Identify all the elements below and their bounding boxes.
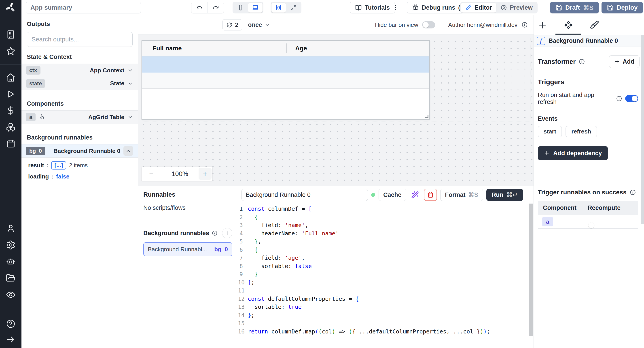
- state-context-title: State & Context: [27, 54, 138, 61]
- add-background-runnable-button[interactable]: [222, 228, 232, 238]
- code-line[interactable]: 13 sortable: true: [238, 303, 534, 311]
- eye-icon[interactable]: [4, 289, 18, 300]
- add-dependency-button[interactable]: Add dependency: [538, 146, 608, 160]
- device-toggle-group: [232, 2, 264, 14]
- app-canvas[interactable]: Full name Age − 100% +: [138, 35, 534, 186]
- code-editor[interactable]: 1const columnDef = [2 {3 field: 'name',4…: [238, 204, 534, 347]
- more-options-icon[interactable]: [391, 2, 400, 14]
- tab-preview[interactable]: Preview: [496, 3, 537, 13]
- home-icon[interactable]: [4, 72, 18, 83]
- code-line[interactable]: 1const columnDef = [: [238, 205, 534, 213]
- chevron-down-icon[interactable]: [128, 114, 133, 120]
- tab-component-settings-selected[interactable]: [563, 20, 574, 30]
- mobile-view-button[interactable]: [234, 3, 248, 13]
- table-row[interactable]: [142, 73, 429, 89]
- editor-scrollbar-thumb[interactable]: [529, 204, 533, 336]
- cache-button[interactable]: Cache: [378, 189, 406, 201]
- star-icon[interactable]: [4, 46, 18, 56]
- zoom-in-button[interactable]: +: [198, 168, 212, 180]
- output-row-component-a[interactable]: a AgGrid Table: [22, 111, 138, 124]
- add-transformer-button[interactable]: Add: [609, 55, 640, 68]
- zoom-out-button[interactable]: −: [142, 169, 161, 178]
- refresh-count-button[interactable]: 2: [222, 19, 242, 31]
- column-header-age[interactable]: Age: [287, 45, 307, 52]
- boxes-icon[interactable]: [4, 122, 18, 133]
- delete-runnable-button[interactable]: [424, 189, 437, 201]
- code-line[interactable]: 14};: [238, 311, 534, 319]
- code-line[interactable]: 5 },: [238, 238, 534, 246]
- help-circle-icon[interactable]: [4, 318, 18, 329]
- table-row-selected[interactable]: [142, 56, 429, 73]
- runnable-name-input[interactable]: [242, 189, 368, 201]
- chevron-down-icon[interactable]: [128, 67, 133, 73]
- code-line[interactable]: 3 field: 'name',: [238, 221, 534, 230]
- info-icon[interactable]: [212, 230, 218, 236]
- editor-preview-toggle: Editor Preview: [460, 2, 538, 14]
- info-icon[interactable]: [579, 58, 585, 65]
- tab-editor[interactable]: Editor: [461, 3, 496, 13]
- center-layout-button[interactable]: [272, 3, 286, 13]
- format-button[interactable]: Format ⌘S: [440, 189, 483, 201]
- redo-button[interactable]: [208, 2, 224, 13]
- hide-bar-toggle[interactable]: [422, 21, 435, 29]
- output-row-ctx[interactable]: ctx App Context: [22, 64, 138, 77]
- tab-add-component[interactable]: [537, 20, 548, 30]
- code-line[interactable]: 10];: [238, 279, 534, 287]
- output-row-bg0[interactable]: bg_0 Background Runnable 0: [22, 144, 138, 157]
- output-row-state[interactable]: state State: [22, 77, 138, 90]
- plus-icon: [538, 20, 547, 30]
- tab-styling[interactable]: [589, 20, 600, 30]
- code-line[interactable]: 9 }: [238, 270, 534, 279]
- run-on-start-toggle[interactable]: [625, 95, 638, 102]
- code-line[interactable]: 6 {: [238, 246, 534, 254]
- ai-wand-button[interactable]: [410, 189, 420, 201]
- code-line[interactable]: 7 field: 'age',: [238, 254, 534, 262]
- rail-divider: [0, 64, 22, 65]
- component-a-badge[interactable]: a: [542, 217, 553, 226]
- collapse-row-button[interactable]: [124, 146, 133, 156]
- aggrid-table-component[interactable]: Full name Age: [142, 40, 430, 120]
- app-summary-input[interactable]: [26, 2, 141, 14]
- result-expand-chip[interactable]: [...]: [51, 161, 66, 169]
- column-header-full-name[interactable]: Full name: [142, 45, 286, 52]
- trash-icon: [427, 192, 434, 198]
- gear-icon[interactable]: [4, 240, 18, 250]
- code-line[interactable]: 4 headerName: 'Full name': [238, 230, 534, 238]
- code-line[interactable]: 12const defaultColumnProperties = {: [238, 295, 534, 303]
- dollar-icon[interactable]: [4, 105, 18, 116]
- robot-icon[interactable]: [4, 256, 18, 267]
- info-icon[interactable]: [616, 95, 622, 102]
- user-icon[interactable]: [4, 223, 18, 234]
- info-icon[interactable]: [630, 189, 636, 196]
- collapse-arrow-icon[interactable]: [4, 334, 18, 345]
- add-transformer-label: Add: [623, 58, 634, 65]
- code-line[interactable]: 11: [238, 287, 534, 295]
- code-line[interactable]: 15: [238, 319, 534, 328]
- background-runnable-item-selected[interactable]: Background Runnabl... bg_0: [143, 242, 232, 256]
- desktop-view-button[interactable]: [248, 3, 262, 13]
- resize-handle[interactable]: [425, 115, 428, 118]
- run-mode-dropdown[interactable]: once: [248, 22, 270, 29]
- runnable-item-label: Background Runnabl...: [148, 246, 207, 253]
- code-line[interactable]: 16return columnDef.map((col) => ({ ...de…: [238, 328, 534, 336]
- bug-icon: [412, 4, 419, 11]
- chevron-down-icon[interactable]: [128, 81, 133, 86]
- windmill-logo-icon[interactable]: [0, 0, 22, 15]
- info-icon[interactable]: [522, 22, 528, 28]
- undo-button[interactable]: [192, 2, 208, 13]
- deploy-button[interactable]: Deploy: [602, 2, 643, 14]
- tutorials-button[interactable]: Tutorials: [350, 2, 395, 14]
- calendar-icon[interactable]: [4, 138, 18, 149]
- draft-button[interactable]: Draft ⌘S: [550, 2, 599, 14]
- background-runnables-group: bg_0 Background Runnable 0: [22, 144, 138, 158]
- folder-open-icon[interactable]: [4, 273, 18, 283]
- panel-scrollbar-thumb[interactable]: [641, 35, 644, 224]
- code-line[interactable]: 8 sortable: false: [238, 262, 534, 271]
- play-icon[interactable]: [4, 89, 18, 99]
- debug-runs-label: Debug runs: [422, 4, 455, 11]
- code-line[interactable]: 2 {: [238, 213, 534, 222]
- run-button[interactable]: Run ⌘↵: [486, 189, 523, 201]
- building-icon[interactable]: [4, 29, 18, 40]
- fullscreen-icon[interactable]: [286, 3, 300, 13]
- search-outputs-input[interactable]: [27, 32, 132, 47]
